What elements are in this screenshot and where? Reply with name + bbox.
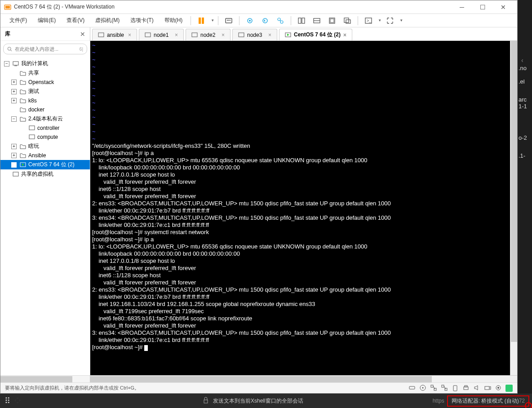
close-icon[interactable]: × bbox=[222, 32, 225, 38]
tree-openstack[interactable]: +Openstack bbox=[0, 78, 90, 87]
cursor bbox=[144, 345, 148, 351]
tree-shared-vm[interactable]: 共享的虚拟机 bbox=[0, 169, 90, 179]
separator bbox=[191, 16, 191, 25]
stretch-button[interactable] bbox=[383, 15, 397, 27]
snapshot-button[interactable] bbox=[243, 15, 257, 27]
printer-icon[interactable] bbox=[462, 384, 470, 392]
grip-icon[interactable]: ⠿ bbox=[4, 396, 9, 406]
thumbnail-view-button[interactable] bbox=[295, 15, 308, 27]
record-icon[interactable] bbox=[495, 384, 502, 392]
dropdown-icon[interactable]: ▼ bbox=[378, 18, 381, 22]
tree-k8s[interactable]: +k8s bbox=[0, 96, 90, 105]
tree-centos-active[interactable]: CentOS 7 64 位 (2) bbox=[0, 160, 90, 169]
folder-icon bbox=[19, 88, 27, 95]
usb-icon[interactable] bbox=[452, 384, 459, 392]
sidebar-close-button[interactable]: ✕ bbox=[80, 31, 85, 38]
tree-share[interactable]: 共享 bbox=[0, 68, 90, 78]
menu-view[interactable]: 查看(V) bbox=[62, 15, 89, 26]
sidebar-hscrollbar[interactable] bbox=[0, 375, 90, 382]
vertical-scrollbar[interactable] bbox=[510, 41, 517, 375]
fullscreen-button[interactable] bbox=[325, 15, 339, 27]
camera-icon[interactable] bbox=[484, 384, 491, 392]
close-icon[interactable]: × bbox=[128, 32, 131, 38]
single-view-button[interactable] bbox=[310, 15, 324, 27]
tree-ansible[interactable]: +Ansible bbox=[0, 151, 90, 160]
tree-test[interactable]: +测试 bbox=[0, 87, 90, 96]
network2-icon[interactable] bbox=[441, 384, 448, 392]
dropdown-icon[interactable]: ▼ bbox=[211, 18, 214, 22]
menu-file[interactable]: 文件(F) bbox=[5, 15, 31, 26]
search-hint[interactable]: 6| bbox=[80, 47, 83, 52]
tree-docker[interactable]: docker bbox=[0, 105, 90, 114]
tree-controller[interactable]: controller bbox=[0, 124, 90, 133]
menu-help[interactable]: 帮助(H) bbox=[160, 15, 187, 26]
menu-vm[interactable]: 虚拟机(M) bbox=[91, 15, 124, 26]
svg-rect-1 bbox=[5, 6, 10, 9]
svg-rect-42 bbox=[431, 385, 433, 387]
net-label: 网络适配器: 桥接模式 (自动) bbox=[452, 398, 519, 404]
folder-icon bbox=[19, 70, 27, 77]
search-input[interactable] bbox=[15, 46, 77, 52]
sound-icon[interactable] bbox=[473, 384, 480, 392]
tree-cloud24[interactable]: −2.4版本私有云 bbox=[0, 114, 90, 124]
tab-ansible[interactable]: ansible× bbox=[92, 29, 137, 40]
close-icon[interactable]: × bbox=[268, 32, 271, 38]
tab-centos-active[interactable]: CentOS 7 64 位 (2)× bbox=[279, 29, 352, 40]
maximize-button[interactable]: ☐ bbox=[472, 0, 493, 14]
tree-compute[interactable]: compute bbox=[0, 133, 90, 142]
vm-icon bbox=[28, 124, 35, 132]
tab-node3[interactable]: node3× bbox=[232, 29, 277, 40]
close-icon[interactable]: × bbox=[343, 32, 346, 38]
tree-play[interactable]: +瞎玩 bbox=[0, 142, 90, 151]
tab-label: node2 bbox=[200, 32, 215, 38]
status-hint: 要将输入定向到该虚拟机，请在虚拟机内部单击或按 Ctrl+G。 bbox=[5, 385, 139, 391]
lock-icon bbox=[202, 397, 209, 405]
arrows-icon[interactable] bbox=[14, 397, 21, 405]
bg-text: .no bbox=[519, 65, 531, 71]
disk-icon[interactable] bbox=[408, 384, 416, 392]
tree-root[interactable]: −我的计算机 bbox=[0, 59, 90, 68]
close-button[interactable]: ✕ bbox=[493, 0, 514, 14]
terminal[interactable]: ~ ~ ~ ~ ~ ~ ~ ~ ~ ~ ~ ~ ~ ~ "/etc/syscon… bbox=[90, 41, 510, 375]
library-search[interactable]: 6| bbox=[3, 44, 87, 54]
scrollbar-thumb[interactable] bbox=[511, 41, 517, 342]
unity-button[interactable] bbox=[341, 15, 354, 27]
svg-rect-26 bbox=[13, 62, 18, 65]
manage-snapshot-button[interactable] bbox=[274, 15, 287, 27]
vm-tabs: ansible× node1× node2× node3× CentOS 7 6… bbox=[90, 27, 517, 41]
vm-running-icon bbox=[285, 32, 291, 38]
dropdown-icon[interactable]: ▼ bbox=[399, 18, 403, 22]
console-button[interactable]: >_ bbox=[362, 15, 375, 27]
tab-label: ansible bbox=[107, 32, 124, 38]
menu-edit[interactable]: 编辑(E) bbox=[33, 15, 60, 26]
folder-icon bbox=[19, 79, 27, 86]
tab-node1[interactable]: node1× bbox=[139, 29, 184, 40]
message-icon[interactable] bbox=[505, 385, 513, 392]
terminal-container: ~ ~ ~ ~ ~ ~ ~ ~ ~ ~ ~ ~ ~ ~ "/etc/syscon… bbox=[90, 41, 517, 375]
tab-node2[interactable]: node2× bbox=[186, 29, 231, 40]
send-ctrl-alt-del-button[interactable] bbox=[222, 15, 235, 27]
bg-text: o-2 bbox=[519, 134, 531, 141]
tab-label: node3 bbox=[247, 32, 262, 38]
scrollbar-thumb[interactable] bbox=[0, 376, 72, 382]
svg-rect-51 bbox=[485, 386, 489, 390]
collapse-icon[interactable]: ‹ bbox=[521, 57, 523, 64]
svg-point-53 bbox=[497, 387, 499, 389]
close-icon[interactable]: × bbox=[175, 32, 178, 38]
library-tree: −我的计算机 共享 +Openstack +测试 +k8s docker −2.… bbox=[0, 57, 90, 375]
separator bbox=[239, 16, 239, 25]
status-icons bbox=[408, 384, 513, 392]
minimize-button[interactable]: ─ bbox=[452, 0, 472, 14]
bg-text: arc bbox=[519, 96, 531, 103]
revert-snapshot-button[interactable] bbox=[258, 15, 272, 27]
svg-rect-29 bbox=[29, 135, 35, 139]
xshell-broadcast-bar[interactable]: 发送文本到当前Xshell窗口的全部会话 bbox=[198, 397, 433, 405]
scrollbar-thumb[interactable] bbox=[90, 376, 432, 382]
horizontal-scrollbar[interactable] bbox=[90, 375, 517, 382]
network-icon[interactable] bbox=[430, 384, 437, 392]
cd-icon[interactable] bbox=[419, 384, 426, 392]
folder-icon bbox=[19, 115, 27, 123]
pause-button[interactable] bbox=[195, 15, 208, 27]
menu-tabs[interactable]: 选项卡(T) bbox=[126, 15, 158, 26]
svg-rect-28 bbox=[29, 126, 35, 130]
